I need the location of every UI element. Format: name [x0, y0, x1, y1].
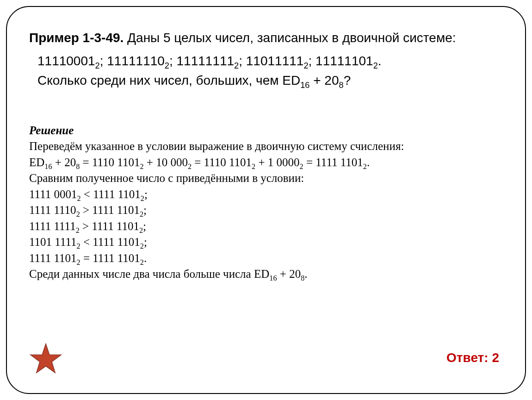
comparison-row: 1101 11112 < 1111 11012; — [29, 234, 507, 250]
solution-block: Решение Переведём указанное в условии вы… — [29, 123, 507, 282]
comparison-list: 1111 00012 < 1111 11012;1111 11102 > 111… — [29, 187, 507, 267]
problem-intro: Даны 5 целых чисел, записанных в двоично… — [124, 31, 456, 45]
comparison-row: 1111 11112 > 1111 11012; — [29, 219, 507, 235]
example-label: Пример 1-3-49. — [29, 31, 124, 45]
solution-calc: ED16 + 208 = 1110 11012 + 10 0002 = 1110… — [29, 155, 507, 171]
expr-a: ED16 — [282, 73, 309, 88]
solution-heading: Решение — [29, 123, 507, 139]
comparison-row: 1111 11102 > 1111 11012; — [29, 202, 507, 219]
slide-card: Пример 1-3-49. Даны 5 целых чисел, запис… — [6, 6, 526, 394]
problem-numbers-line: 111100012; 111111102; 111111112; 1101111… — [29, 51, 507, 90]
star-icon — [29, 342, 62, 375]
question-prefix: Сколько среди них чисел, больших, чем — [37, 73, 282, 88]
question-suffix: ? — [344, 73, 351, 88]
answer: Ответ: 2 — [446, 350, 499, 365]
binary-number-list: 111100012; 111111102; 111111112; 1101111… — [37, 54, 382, 68]
solution-line1: Переведём указанное в условии выражение … — [29, 138, 507, 155]
expr-plus: + — [309, 73, 324, 88]
svg-marker-0 — [31, 344, 61, 373]
comparison-row: 1111 11012 = 1111 11012. — [29, 250, 507, 267]
problem-statement: Пример 1-3-49. Даны 5 целых чисел, запис… — [29, 29, 507, 47]
solution-line2: Сравним полученное число с приведёнными … — [29, 170, 507, 187]
expr-b: 208 — [324, 73, 343, 88]
comparison-row: 1111 00012 < 1111 11012; — [29, 187, 507, 203]
solution-conclusion: Среди данных числе два числа больше числ… — [29, 266, 507, 282]
